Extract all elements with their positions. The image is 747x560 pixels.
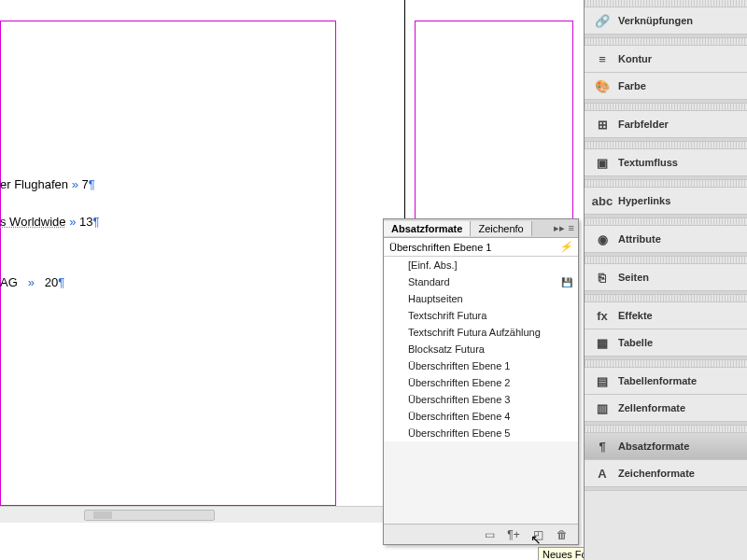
pilcrow-icon: ¶ [89,177,95,191]
style-list[interactable]: [Einf. Abs.]Standard💾HauptseitenTextschr… [384,257,578,441]
sidebar-item-zeichenformate[interactable]: AZeichenformate [585,460,747,487]
panel-group-grip[interactable] [585,38,747,46]
sidebar-item-label: Textumfluss [618,157,678,168]
sidebar-item-absatzformate[interactable]: ¶Absatzformate [585,433,747,460]
disk-icon: 💾 [561,277,572,287]
sidebar-item-effekte[interactable]: fxEffekte [585,302,747,329]
sidebar-item-verknüpfungen[interactable]: 🔗Verknüpfungen [585,7,747,35]
style-row[interactable]: Hauptseiten [384,290,578,307]
toc-separator: » [72,177,78,191]
toc-text: AG [0,275,18,289]
style-row[interactable]: Blocksatz Futura [384,341,578,357]
toc-text: s Worldwide [0,215,66,229]
sidebar-item-label: Zellenformate [618,402,685,413]
attribute-icon: ◉ [594,231,611,246]
sidebar-item-tabelle[interactable]: ▦Tabelle [585,329,747,357]
sidebar-item-label: Kontur [618,53,652,64]
style-label: Textschrift Futura Aufzählung [408,327,541,338]
seiten-icon: ⎘ [594,270,611,285]
sidebar-item-zellenformate[interactable]: ▥Zellenformate [585,395,747,422]
panel-group-grip[interactable] [585,0,747,7]
panel-tabbar: Absatzformate Zeichenfo ▸▸ ≡ [384,219,578,238]
paragraph-styles-panel[interactable]: Absatzformate Zeichenfo ▸▸ ≡ Überschrift… [383,218,579,545]
sidebar-item-tabellenformate[interactable]: ▤Tabellenformate [585,368,747,395]
panel-group-grip[interactable] [585,218,747,226]
panel-footer: ▭ ¶+ ◰ 🗑 [384,524,578,544]
sidebar-item-label: Hyperlinks [618,195,670,206]
effekte-icon: fx [594,308,611,323]
style-label: Hauptseiten [408,293,463,304]
scrollbar-thumb[interactable] [93,511,112,519]
style-row[interactable]: Standard💾 [384,273,578,290]
style-label: Überschriften Ebene 2 [408,377,510,388]
style-row[interactable]: [Einf. Abs.] [384,257,578,273]
panel-menu-icon[interactable]: ≡ [569,222,574,234]
farbfelder-icon: ⊞ [594,117,611,132]
new-folder-icon[interactable]: ▭ [483,528,496,541]
page-frame-left [0,21,336,506]
kontur-icon: ≡ [594,51,611,66]
sidebar-item-label: Verknüpfungen [618,15,693,26]
toc-line[interactable]: s Worldwide » 13¶ [0,215,100,229]
right-panel-dock: 🔗Verknüpfungen≡Kontur🎨Farbe⊞Farbfelder▣T… [584,0,747,560]
panel-group-grip[interactable] [585,426,747,433]
toc-separator: » [28,275,35,289]
hyperlinks-icon: abc [594,193,611,208]
panel-group-grip[interactable] [585,104,747,111]
style-label: Überschriften Ebene 3 [408,394,510,405]
delete-style-icon[interactable]: 🗑 [556,528,569,541]
sidebar-item-textumfluss[interactable]: ▣Textumfluss [585,149,747,176]
sidebar-item-label: Tabelle [618,337,653,348]
tab-absatzformate[interactable]: Absatzformate [384,221,471,236]
textumfluss-icon: ▣ [594,155,611,170]
sidebar-item-hyperlinks[interactable]: abcHyperlinks [585,188,747,215]
sidebar-item-label: Absatzformate [618,441,689,452]
style-row[interactable]: Überschriften Ebene 3 [384,391,578,408]
style-row[interactable]: Überschriften Ebene 2 [384,374,578,391]
toc-line[interactable]: AG » 20¶ [0,275,64,289]
absatzformate-icon: ¶ [594,439,611,454]
panel-collapse-icon[interactable]: ▸▸ [554,222,565,234]
panel-group-grip[interactable] [585,257,747,264]
pilcrow-icon: ¶ [58,275,64,289]
style-label: Blocksatz Futura [408,343,485,355]
sidebar-item-kontur[interactable]: ≡Kontur [585,46,747,73]
sidebar-item-label: Zeichenformate [618,468,695,479]
sidebar-item-label: Attribute [618,233,661,245]
sidebar-item-label: Farbe [618,80,646,91]
sidebar-item-seiten[interactable]: ⎘Seiten [585,264,747,291]
panel-group-grip[interactable] [585,360,747,368]
current-style-label: Überschriften Ebene 1 [389,242,491,253]
sidebar-item-label: Effekte [618,310,653,321]
style-row[interactable]: Überschriften Ebene 1 [384,357,578,374]
toc-text: er Flughafen [0,177,68,191]
farbe-icon: 🎨 [594,78,611,93]
style-row[interactable]: Textschrift Futura [384,307,578,324]
tabelle-icon: ▦ [594,335,611,350]
toc-pagenum: 13 [79,215,92,229]
sidebar-item-label: Farbfelder [618,119,669,130]
style-label: Überschriften Ebene 5 [408,427,510,439]
panel-group-grip[interactable] [585,142,747,149]
style-row[interactable]: Überschriften Ebene 5 [384,425,578,441]
style-label: Textschrift Futura [408,310,486,321]
sidebar-item-attribute[interactable]: ◉Attribute [585,226,747,253]
style-label: Überschriften Ebene 1 [408,360,510,371]
sidebar-item-farbe[interactable]: 🎨Farbe [585,73,747,100]
override-indicator-icon[interactable]: ⚡ [559,241,572,253]
style-label: Standard [408,276,450,287]
new-style-icon[interactable]: ◰ [531,528,544,541]
toc-line[interactable]: er Flughafen » 7¶ [0,177,95,191]
sidebar-gap [585,487,747,491]
panel-group-grip[interactable] [585,295,747,302]
panel-current-style: Überschriften Ebene 1 ⚡ [384,238,578,257]
sidebar-item-farbfelder[interactable]: ⊞Farbfelder [585,111,747,138]
style-row[interactable]: Textschrift Futura Aufzählung [384,324,578,341]
tab-zeichenformate[interactable]: Zeichenfo [471,221,531,236]
style-label: [Einf. Abs.] [408,259,458,271]
clear-overrides-icon[interactable]: ¶+ [507,528,520,541]
zellenformate-icon: ▥ [594,400,611,415]
zeichenformate-icon: A [594,466,611,481]
panel-group-grip[interactable] [585,180,747,188]
style-row[interactable]: Überschriften Ebene 4 [384,408,578,425]
